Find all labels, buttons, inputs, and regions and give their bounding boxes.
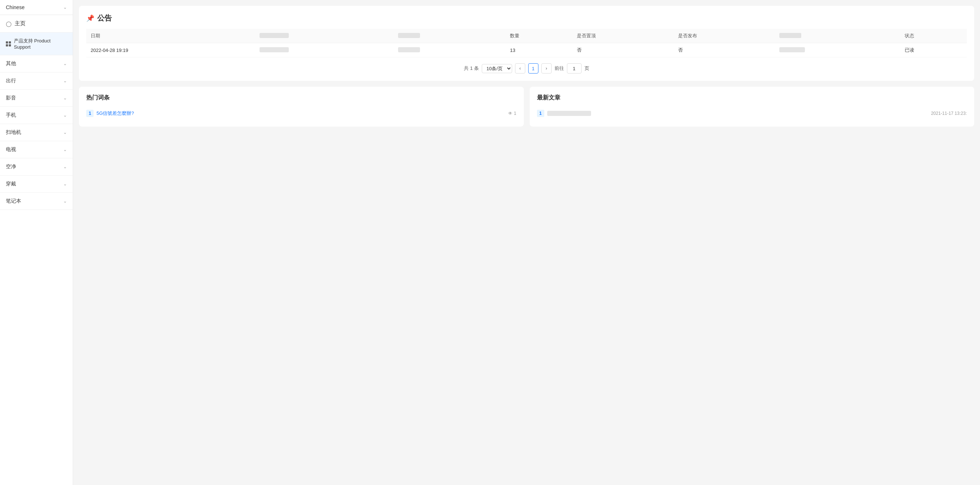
product-support-label: 产品支持 Product Support bbox=[14, 38, 67, 50]
col-blank3 bbox=[775, 29, 900, 43]
sidebar-item-travel[interactable]: 出行⌄ bbox=[0, 72, 73, 89]
chevron-down-icon: ⌄ bbox=[63, 147, 67, 152]
article-date: 2021-11-17 13:23: bbox=[931, 111, 967, 116]
main-content: 📌 公告 日期 数量 是否置顶 是否发布 状态 bbox=[73, 0, 980, 485]
hot-term-item: 1 5G信號差怎麼辦? 👁 1 bbox=[86, 107, 517, 119]
sidebar-item-tv[interactable]: 电视⌄ bbox=[0, 141, 73, 158]
sidebar-item-audio[interactable]: 影音⌄ bbox=[0, 89, 73, 107]
latest-articles-list: 1 2021-11-17 13:23: bbox=[537, 107, 967, 119]
chevron-down-icon: ⌄ bbox=[63, 199, 67, 204]
page-size-select[interactable]: 10条/页 20条/页 50条/页 bbox=[482, 64, 512, 73]
category-label: 其他 bbox=[6, 61, 16, 67]
language-selector[interactable]: Chinese ⌄ bbox=[0, 0, 73, 15]
col-pinned: 是否置顶 bbox=[573, 29, 674, 43]
col-blank1 bbox=[255, 29, 394, 43]
hot-terms-list: 1 5G信號差怎麼辦? 👁 1 bbox=[86, 107, 517, 119]
announcement-title: 📌 公告 bbox=[86, 13, 967, 23]
cell-col3 bbox=[394, 43, 506, 57]
col-status: 状态 bbox=[900, 29, 967, 43]
chevron-down-icon: ⌄ bbox=[63, 96, 67, 101]
cell-col2 bbox=[255, 43, 394, 57]
announcement-panel: 📌 公告 日期 数量 是否置顶 是否发布 状态 bbox=[79, 6, 974, 81]
pin-icon: 📌 bbox=[86, 14, 94, 22]
category-label: 手机 bbox=[6, 112, 16, 118]
col-count: 数量 bbox=[506, 29, 572, 43]
rank-badge: 1 bbox=[86, 110, 94, 117]
goto-label: 前往 bbox=[555, 65, 564, 72]
category-label: 笔记本 bbox=[6, 198, 21, 204]
table-header-row: 日期 数量 是否置顶 是否发布 状态 bbox=[86, 29, 967, 43]
col-published: 是否发布 bbox=[674, 29, 775, 43]
latest-articles-panel: 最新文章 1 2021-11-17 13:23: bbox=[530, 87, 975, 126]
rank-badge: 1 bbox=[537, 110, 544, 117]
current-page: 1 bbox=[528, 63, 538, 73]
cell-pinned: 否 bbox=[573, 43, 674, 57]
hot-terms-panel: 热门词条 1 5G信號差怎麼辦? 👁 1 bbox=[79, 87, 524, 126]
latest-article-left: 1 bbox=[537, 110, 591, 117]
col-date: 日期 bbox=[86, 29, 255, 43]
view-number: 1 bbox=[514, 111, 517, 116]
latest-article-item: 1 2021-11-17 13:23: bbox=[537, 107, 967, 119]
eye-icon: 👁 bbox=[508, 111, 512, 116]
latest-articles-title: 最新文章 bbox=[537, 94, 967, 102]
sidebar-item-other[interactable]: 其他⌄ bbox=[0, 55, 73, 72]
category-label: 电视 bbox=[6, 146, 16, 153]
chevron-down-icon: ⌄ bbox=[63, 130, 67, 135]
category-label: 空净 bbox=[6, 163, 16, 170]
chevron-down-icon: ⌄ bbox=[63, 182, 67, 187]
view-count: 👁 1 bbox=[508, 111, 517, 116]
chevron-down-icon: ⌄ bbox=[63, 61, 67, 66]
table-row: 2022-04-28 19:19 13 否 否 已读 bbox=[86, 43, 967, 57]
pagination: 共 1 条 10条/页 20条/页 50条/页 ‹ 1 › 前往 页 bbox=[86, 57, 967, 73]
cell-date: 2022-04-28 19:19 bbox=[86, 43, 255, 57]
goto-input[interactable] bbox=[567, 63, 582, 73]
chevron-down-icon: ⌄ bbox=[63, 164, 67, 169]
cell-count: 13 bbox=[506, 43, 572, 57]
sidebar-item-home[interactable]: ◯ 主页 bbox=[0, 15, 73, 33]
hot-terms-title: 热门词条 bbox=[86, 94, 517, 102]
sidebar-item-product-support[interactable]: 产品支持 Product Support bbox=[0, 33, 73, 55]
sidebar-item-vacuum[interactable]: 扫地机⌄ bbox=[0, 124, 73, 141]
category-list: 其他⌄出行⌄影音⌄手机⌄扫地机⌄电视⌄空净⌄穿戴⌄笔记本⌄ bbox=[0, 55, 73, 210]
home-label: 主页 bbox=[14, 20, 25, 27]
chevron-down-icon: ⌄ bbox=[63, 5, 67, 10]
chevron-down-icon: ⌄ bbox=[63, 78, 67, 83]
category-label: 影音 bbox=[6, 95, 16, 101]
cell-status: 已读 bbox=[900, 43, 967, 57]
article-title-blurred bbox=[547, 111, 591, 116]
total-text: 共 1 条 bbox=[464, 65, 479, 72]
prev-page-button[interactable]: ‹ bbox=[515, 63, 525, 73]
announcement-title-text: 公告 bbox=[97, 13, 112, 23]
cell-col7 bbox=[775, 43, 900, 57]
next-page-button[interactable]: › bbox=[541, 63, 552, 73]
sidebar-item-phone[interactable]: 手机⌄ bbox=[0, 107, 73, 124]
chevron-down-icon: ⌄ bbox=[63, 113, 67, 118]
cell-published: 否 bbox=[674, 43, 775, 57]
announcement-table-body: 2022-04-28 19:19 13 否 否 已读 bbox=[86, 43, 967, 57]
announcement-table: 日期 数量 是否置顶 是否发布 状态 2022-04-28 19:19 13 否… bbox=[86, 29, 967, 57]
category-label: 出行 bbox=[6, 78, 16, 84]
language-label: Chinese bbox=[6, 5, 24, 10]
page-unit: 页 bbox=[584, 65, 589, 72]
category-label: 扫地机 bbox=[6, 129, 21, 136]
sidebar: Chinese ⌄ ◯ 主页 产品支持 Product Support 其他⌄出… bbox=[0, 0, 73, 485]
home-icon: ◯ bbox=[6, 21, 12, 27]
category-label: 穿戴 bbox=[6, 181, 16, 187]
bottom-panels: 热门词条 1 5G信號差怎麼辦? 👁 1 最新文章 1 2021-11-17 1… bbox=[79, 87, 974, 126]
col-blank2 bbox=[394, 29, 506, 43]
sidebar-item-laptop[interactable]: 笔记本⌄ bbox=[0, 193, 73, 210]
hot-term-link[interactable]: 5G信號差怎麼辦? bbox=[97, 110, 134, 116]
grid-icon bbox=[6, 41, 11, 46]
sidebar-item-air[interactable]: 空净⌄ bbox=[0, 158, 73, 175]
hot-term-left: 1 5G信號差怎麼辦? bbox=[86, 110, 134, 117]
sidebar-item-wear[interactable]: 穿戴⌄ bbox=[0, 175, 73, 193]
